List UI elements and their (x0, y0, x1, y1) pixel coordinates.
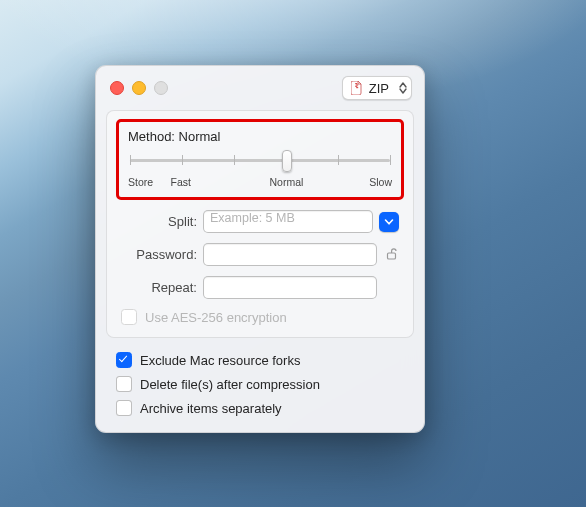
keka-options-window: ZIP Method: Normal (95, 65, 425, 433)
slider-track (130, 159, 390, 162)
svg-rect-2 (355, 86, 357, 87)
delete-after-checkbox[interactable] (116, 376, 132, 392)
format-select-label: ZIP (369, 81, 389, 96)
svg-rect-4 (387, 253, 395, 259)
repeat-input[interactable] (203, 276, 377, 299)
delete-after-label: Delete file(s) after compression (140, 377, 320, 392)
compression-slider[interactable] (130, 150, 390, 170)
split-label: Split: (121, 214, 197, 229)
exclude-resource-forks-label: Exclude Mac resource forks (140, 353, 300, 368)
delete-after-row: Delete file(s) after compression (116, 376, 410, 392)
slider-labels: Store Fast Normal Slow (128, 176, 392, 190)
zoom-button[interactable] (154, 81, 168, 95)
split-dropdown-button[interactable] (379, 212, 399, 232)
compression-panel: Method: Normal Store Fast Normal Slow (106, 110, 414, 338)
chevron-down-icon (384, 218, 394, 226)
svg-rect-1 (356, 84, 358, 85)
exclude-resource-forks-row: Exclude Mac resource forks (116, 352, 410, 368)
split-input[interactable]: Example: 5 MB (203, 210, 373, 233)
aes-encryption-label: Use AES-256 encryption (145, 310, 287, 325)
password-input[interactable] (203, 243, 377, 266)
exclude-resource-forks-checkbox[interactable] (116, 352, 132, 368)
format-select[interactable]: ZIP (342, 76, 412, 100)
repeat-row: Repeat: . (121, 276, 399, 299)
aes-encryption-checkbox (121, 309, 137, 325)
archive-separately-label: Archive items separately (140, 401, 282, 416)
extra-options: Exclude Mac resource forks Delete file(s… (96, 338, 424, 432)
aes-encryption-row: Use AES-256 encryption (121, 309, 399, 325)
close-button[interactable] (110, 81, 124, 95)
svg-rect-3 (356, 87, 358, 88)
desktop-wallpaper: ZIP Method: Normal (0, 0, 586, 507)
method-label: Method: Normal (128, 129, 392, 144)
titlebar: ZIP (96, 66, 424, 110)
unlock-icon[interactable] (383, 247, 399, 263)
minimize-button[interactable] (132, 81, 146, 95)
zip-doc-icon (351, 81, 363, 95)
repeat-label: Repeat: (121, 280, 197, 295)
password-row: Password: (121, 243, 399, 266)
split-row: Split: Example: 5 MB (121, 210, 399, 233)
password-label: Password: (121, 247, 197, 262)
method-highlight: Method: Normal Store Fast Normal Slow (116, 119, 404, 200)
svg-rect-0 (355, 83, 357, 84)
slider-thumb[interactable] (282, 150, 292, 172)
archive-separately-checkbox[interactable] (116, 400, 132, 416)
archive-separately-row: Archive items separately (116, 400, 410, 416)
window-controls (110, 81, 168, 95)
stepper-icon (399, 82, 407, 94)
